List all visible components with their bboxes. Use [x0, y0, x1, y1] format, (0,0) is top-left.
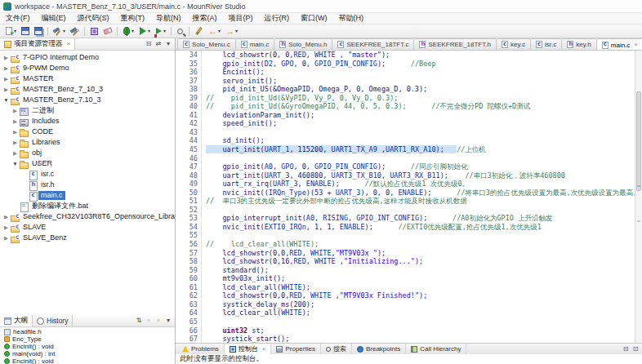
- code-line-text[interactable]: systick_start();: [202, 335, 635, 343]
- tree-item[interactable]: ▶SLAVE_Benz: [0, 233, 175, 243]
- annotation-ruler[interactable]: [176, 171, 182, 180]
- annotation-ruler[interactable]: [176, 249, 182, 258]
- expander-icon[interactable]: ▶: [2, 52, 10, 63]
- editor-tab-Solo_Menu.c[interactable]: Solo_Menu.c: [177, 38, 236, 50]
- tab-outline[interactable]: 大纲: [0, 315, 33, 326]
- dropdown-caret-icon[interactable]: ▾: [63, 29, 65, 33]
- editor-tab-SEEKFREE_18TFT.h[interactable]: SEEKFREE_18TFT.h: [414, 38, 496, 50]
- line-number[interactable]: 35: [182, 60, 202, 69]
- code-line[interactable]: 41 deviationParam_init();: [176, 111, 635, 120]
- code-line[interactable]: 60 mt9v03x_init();: [176, 274, 635, 283]
- close-icon[interactable]: ×: [67, 41, 71, 47]
- line-number[interactable]: 41: [182, 111, 202, 120]
- code-line-text[interactable]: gpio_init(A0, GPO, 0, GPIO_PIN_CONFIG); …: [202, 162, 635, 171]
- code-line[interactable]: 35 gpio_init(D2, GPO, 0, GPIO_PIN_CONFIG…: [176, 60, 635, 69]
- menu-refactor[interactable]: 重构(T): [115, 13, 151, 24]
- code-line-text[interactable]: // pid_init_Ud(&VyPID, Vy_P, 0, Vy_D, 0.…: [202, 94, 635, 103]
- code-line[interactable]: 44 sd_init();: [176, 136, 635, 145]
- expander-icon[interactable]: ▶: [11, 137, 19, 148]
- tree-item[interactable]: ▶9-PWM Demo: [0, 63, 175, 73]
- code-line[interactable]: 66 uint32 st;: [176, 326, 635, 335]
- tree-item[interactable]: ▼MASTER_Benz_7.10_3: [0, 95, 175, 105]
- collapse-all-icon[interactable]: ⊟: [145, 40, 153, 48]
- menu-window[interactable]: 窗口(W): [295, 13, 333, 24]
- code-line-text[interactable]: uart_init(UART_3, 460800, UART3_TX_B10, …: [202, 171, 635, 180]
- tab-history[interactable]: History: [33, 315, 73, 326]
- line-number[interactable]: 66: [182, 326, 202, 335]
- annotation-ruler[interactable]: [176, 189, 182, 198]
- line-number[interactable]: 47: [182, 162, 202, 171]
- build-icon[interactable]: ▾: [51, 25, 67, 38]
- close-icon[interactable]: ×: [262, 346, 266, 353]
- code-line-text[interactable]: lcd_showstr(0,16,RED, WHITE ,"Initializi…: [202, 257, 635, 266]
- menu-file[interactable]: 文件(F): [0, 13, 36, 24]
- annotation-ruler[interactable]: [176, 77, 182, 86]
- search-icon[interactable]: [175, 25, 185, 38]
- code-line-text[interactable]: [202, 317, 635, 326]
- code-line-text[interactable]: sd_init();: [202, 136, 635, 145]
- annotation-ruler[interactable]: [176, 51, 182, 60]
- tree-item[interactable]: isr.h: [0, 180, 175, 190]
- expander-icon[interactable]: ▶: [2, 84, 10, 95]
- code-line-text[interactable]: nvic_init((IRQn_Type)(53 + UART_3), 0, 0…: [202, 189, 635, 198]
- annotation-ruler[interactable]: [176, 283, 182, 292]
- annotation-ruler[interactable]: [176, 68, 182, 77]
- line-number[interactable]: 37: [182, 77, 202, 86]
- overview-mark[interactable]: [637, 185, 640, 187]
- code-line[interactable]: 46: [176, 154, 635, 163]
- run-icon[interactable]: ▾: [137, 25, 152, 38]
- editor-tab-isr.c[interactable]: isr.c: [531, 38, 562, 50]
- outline-item[interactable]: main(void) : int: [4, 350, 175, 357]
- debug-icon[interactable]: ▾: [121, 25, 136, 38]
- code-line-text[interactable]: [202, 128, 635, 137]
- code-line[interactable]: 45 uart_init(UART_1, 115200, UART1_TX_A9…: [176, 145, 635, 154]
- code-line[interactable]: 55: [176, 231, 635, 240]
- outline-item[interactable]: Encinit() : void: [4, 343, 175, 350]
- menu-run[interactable]: 运行(R): [259, 13, 296, 24]
- line-number[interactable]: 62: [182, 291, 202, 300]
- code-line-text[interactable]: speed_init();: [202, 119, 635, 128]
- code-line[interactable]: 43: [176, 128, 635, 137]
- expander-icon[interactable]: ▶: [11, 116, 19, 127]
- tree-item[interactable]: ▶二进制: [0, 105, 175, 116]
- line-number[interactable]: 52: [182, 206, 202, 215]
- code-line-text[interactable]: lcd_showstr(0,0,RED, WHITE,"MT9V03x ");: [202, 249, 635, 258]
- annotation-ruler[interactable]: [176, 257, 182, 266]
- code-line-text[interactable]: lcd_showstr(0, 0,RED, WHITE , "master");: [202, 51, 635, 60]
- line-number[interactable]: 42: [182, 119, 202, 128]
- line-number[interactable]: 40: [182, 102, 202, 111]
- tree-item[interactable]: ▶MASTER_Benz_7_10_3: [0, 84, 175, 95]
- tree-item[interactable]: main.c: [0, 190, 175, 201]
- code-line[interactable]: 59 standard();: [176, 266, 635, 275]
- code-line[interactable]: 56// lcd_clear_all(WHITE);: [176, 240, 635, 249]
- line-number[interactable]: 54: [182, 223, 202, 232]
- code-line[interactable]: 37 servo_init();: [176, 77, 635, 86]
- editor-tab-key.c[interactable]: key.c: [497, 38, 531, 50]
- line-number[interactable]: 60: [182, 274, 202, 283]
- menu-edit[interactable]: 编辑(E): [36, 13, 72, 24]
- line-number[interactable]: 34: [182, 51, 202, 60]
- tree-item[interactable]: ▶Libraries: [0, 137, 175, 148]
- hide-fields-icon[interactable]: ◦: [145, 317, 153, 325]
- expander-icon[interactable]: ▶: [2, 211, 10, 222]
- menu-source[interactable]: 源代码(S): [72, 13, 115, 24]
- tree-item[interactable]: ▶CODE: [0, 127, 175, 137]
- menu-search[interactable]: 搜索(A): [187, 13, 223, 24]
- annotation-ruler[interactable]: [176, 266, 182, 275]
- code-line[interactable]: 67 systick_start();: [176, 335, 635, 343]
- code-line[interactable]: 57 lcd_showstr(0,0,RED, WHITE,"MT9V03x "…: [176, 249, 635, 258]
- dropdown-caret-icon[interactable]: ▾: [132, 29, 134, 33]
- annotation-ruler[interactable]: [176, 291, 182, 300]
- annotation-ruler[interactable]: [176, 111, 182, 120]
- annotation-ruler[interactable]: [176, 274, 182, 283]
- line-number[interactable]: 51: [182, 197, 202, 206]
- expander-icon[interactable]: ▶: [11, 127, 19, 137]
- annotation-ruler[interactable]: [176, 60, 182, 69]
- annotation-ruler[interactable]: [176, 119, 182, 128]
- expander-icon[interactable]: ▼: [11, 158, 19, 169]
- dropdown-caret-icon[interactable]: ▾: [218, 29, 221, 33]
- expander-icon[interactable]: ▶: [2, 73, 10, 84]
- code-line[interactable]: 65: [176, 317, 635, 326]
- annotation-ruler[interactable]: [176, 240, 182, 249]
- annotation-ruler[interactable]: [176, 154, 182, 163]
